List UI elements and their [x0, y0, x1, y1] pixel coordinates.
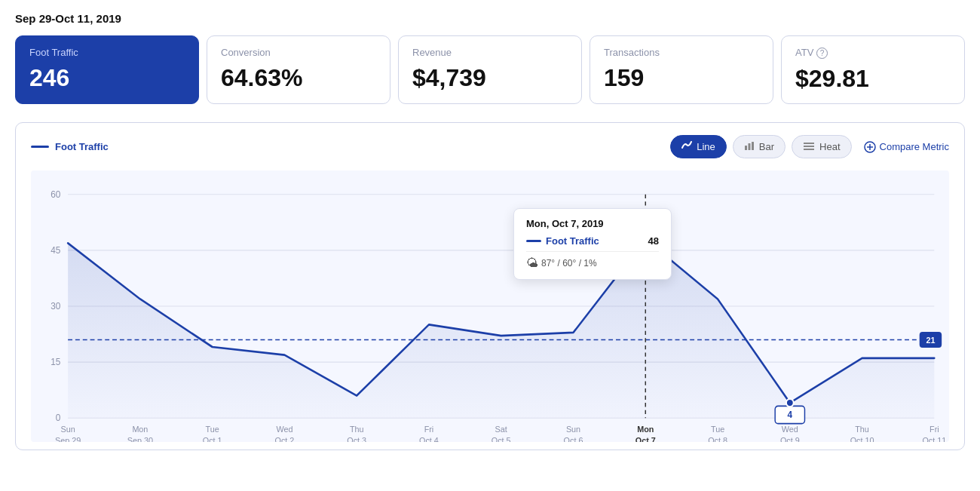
svg-text:Tue: Tue — [711, 425, 724, 434]
svg-text:Fri: Fri — [929, 425, 939, 434]
legend-line-icon — [31, 146, 49, 148]
bar-button[interactable]: Bar — [733, 135, 786, 158]
svg-text:Sat: Sat — [495, 425, 508, 434]
svg-text:Oct 4: Oct 4 — [419, 436, 439, 442]
svg-text:Thu: Thu — [855, 425, 869, 434]
svg-text:21: 21 — [926, 335, 935, 344]
svg-text:Oct 6: Oct 6 — [564, 436, 583, 442]
kpi-value-atv: $29.81 — [795, 65, 951, 93]
svg-text:Sun: Sun — [61, 425, 75, 434]
svg-text:Oct 3: Oct 3 — [347, 436, 366, 442]
kpi-value-revenue: $4,739 — [412, 64, 568, 92]
svg-rect-2 — [752, 142, 754, 150]
svg-point-29 — [786, 399, 794, 407]
kpi-value-transactions: 159 — [604, 64, 759, 92]
kpi-label-revenue: Revenue — [412, 47, 568, 58]
heat-button[interactable]: Heat — [792, 135, 851, 158]
svg-rect-0 — [745, 146, 747, 150]
line-button-label: Line — [697, 141, 715, 152]
kpi-conversion[interactable]: Conversion 64.63% — [207, 35, 390, 104]
kpi-row: Foot Traffic 246 Conversion 64.63% Reven… — [15, 35, 965, 104]
svg-text:45: 45 — [51, 245, 60, 256]
kpi-foot-traffic[interactable]: Foot Traffic 246 — [15, 35, 199, 104]
chart-header: Foot Traffic Line Bar — [31, 135, 949, 158]
kpi-revenue[interactable]: Revenue $4,739 — [398, 35, 582, 104]
svg-text:15: 15 — [51, 357, 60, 368]
chart-legend: Foot Traffic — [31, 141, 109, 152]
kpi-label-transactions: Transactions — [604, 47, 759, 58]
svg-text:Sep 30: Sep 30 — [127, 436, 153, 442]
svg-text:Oct 1: Oct 1 — [203, 436, 222, 442]
date-range: Sep 29-Oct 11, 2019 — [15, 12, 965, 25]
svg-text:30: 30 — [51, 301, 60, 312]
svg-text:Oct 5: Oct 5 — [492, 436, 511, 442]
svg-text:Wed: Wed — [782, 425, 798, 434]
kpi-label-conversion: Conversion — [221, 47, 376, 58]
svg-text:Tue: Tue — [206, 425, 219, 434]
line-button[interactable]: Line — [670, 135, 727, 158]
svg-text:Oct 9: Oct 9 — [780, 436, 800, 442]
compare-metric-button[interactable]: Compare Metric — [864, 141, 949, 153]
svg-text:4: 4 — [788, 410, 793, 421]
svg-text:Fri: Fri — [424, 425, 434, 434]
chart-svg: 60 45 30 15 0 21 — [31, 170, 949, 442]
svg-text:Sun: Sun — [566, 425, 580, 434]
kpi-label-atv: ATV ? — [795, 47, 951, 59]
svg-text:0: 0 — [56, 413, 61, 424]
chart-controls: Line Bar — [670, 135, 851, 158]
kpi-value-conversion: 64.63% — [221, 64, 376, 92]
svg-text:Oct 11: Oct 11 — [922, 436, 946, 442]
svg-text:Mon: Mon — [637, 425, 654, 434]
chart-container: Foot Traffic Line Bar — [15, 122, 965, 450]
bar-button-label: Bar — [759, 141, 774, 152]
bar-icon — [744, 140, 755, 153]
svg-text:Oct 7: Oct 7 — [635, 436, 656, 442]
kpi-value-foot-traffic: 246 — [29, 64, 185, 92]
svg-text:Sep 29: Sep 29 — [55, 436, 81, 442]
heat-icon — [803, 140, 815, 153]
kpi-transactions[interactable]: Transactions 159 — [590, 35, 773, 104]
svg-text:Mon: Mon — [132, 425, 148, 434]
svg-text:Oct 2: Oct 2 — [275, 436, 295, 442]
compare-label: Compare Metric — [880, 141, 949, 152]
svg-text:Thu: Thu — [350, 425, 364, 434]
legend-label: Foot Traffic — [55, 141, 109, 152]
svg-rect-1 — [748, 143, 750, 150]
heat-button-label: Heat — [819, 141, 840, 152]
line-icon — [681, 140, 692, 153]
kpi-atv[interactable]: ATV ? $29.81 — [781, 35, 965, 104]
chart-area: 60 45 30 15 0 21 — [31, 170, 949, 442]
svg-text:Oct 10: Oct 10 — [850, 436, 874, 442]
kpi-label-foot-traffic: Foot Traffic — [29, 47, 185, 58]
svg-point-28 — [642, 235, 649, 244]
svg-text:60: 60 — [51, 189, 60, 201]
svg-text:Oct 8: Oct 8 — [708, 436, 727, 442]
svg-text:Wed: Wed — [276, 425, 292, 434]
